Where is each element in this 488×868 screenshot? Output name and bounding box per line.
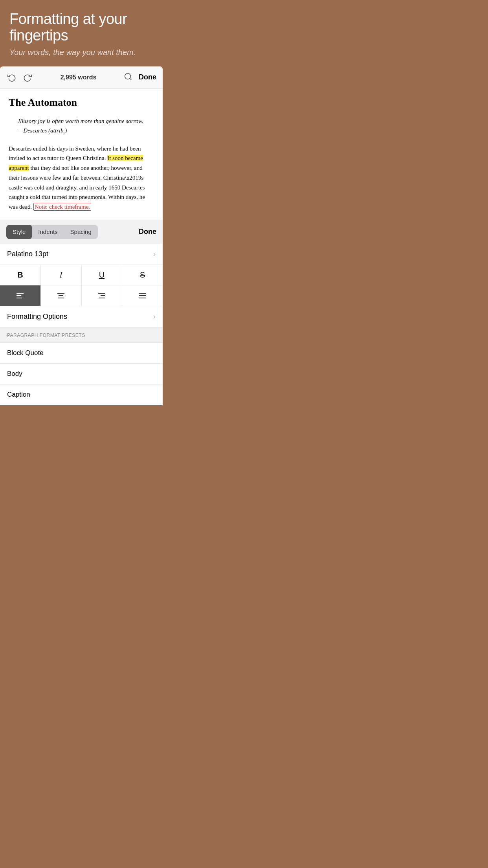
svg-line-1 — [130, 78, 131, 80]
redo-icon[interactable] — [22, 72, 33, 83]
align-justify-button[interactable] — [122, 285, 163, 306]
document-title: The Automaton — [9, 97, 154, 108]
bold-button[interactable]: B — [0, 265, 41, 285]
font-name-label: Palatino 13pt — [7, 250, 48, 258]
presets-header-text: PARAGRAPH FORMAT PRESETS — [7, 333, 85, 338]
document-body: Descartes ended his days in Sweden, wher… — [9, 144, 154, 212]
preset-item-caption[interactable]: Caption — [0, 384, 163, 405]
header-title: Formatting at your fingertips — [9, 11, 153, 44]
italic-button[interactable]: I — [41, 265, 82, 285]
toolbar-done-button[interactable]: Done — [139, 73, 156, 81]
format-segment-control: Style Indents Spacing — [6, 225, 98, 239]
preset-label-body: Body — [7, 370, 22, 377]
underline-button[interactable]: U — [82, 265, 123, 285]
preset-label-caption: Caption — [7, 391, 30, 398]
alignment-buttons — [0, 285, 163, 306]
word-count: 2,995 words — [61, 74, 97, 81]
editor-container: 2,995 words Done The Automaton Illusory … — [0, 66, 163, 405]
font-row[interactable]: Palatino 13pt › — [0, 244, 163, 265]
epigraph-text: Illusory joy is often worth more than ge… — [18, 116, 154, 135]
highlighted-text-red: Note: check timeframe. — [33, 203, 91, 211]
header-subtitle: Your words, the way you want them. — [9, 48, 153, 57]
style-tab[interactable]: Style — [6, 225, 32, 239]
font-chevron-icon: › — [153, 250, 156, 258]
align-center-button[interactable] — [41, 285, 82, 306]
format-options-panel: Palatino 13pt › B I U S — [0, 244, 163, 405]
document-epigraph: Illusory joy is often worth more than ge… — [9, 116, 154, 135]
presets-header: PARAGRAPH FORMAT PRESETS — [0, 327, 163, 343]
toolbar-right: Done — [124, 72, 156, 83]
svg-point-0 — [125, 73, 131, 79]
preset-item-block-quote[interactable]: Block Quote — [0, 343, 163, 364]
toolbar-icon-group — [6, 72, 33, 83]
indents-tab[interactable]: Indents — [32, 225, 64, 239]
editor-toolbar: 2,995 words Done — [0, 66, 163, 89]
strikethrough-button[interactable]: S — [122, 265, 163, 285]
text-style-buttons: B I U S — [0, 265, 163, 285]
app-header: Formatting at your fingertips Your words… — [0, 0, 163, 66]
align-left-button[interactable] — [0, 285, 41, 306]
preset-item-body[interactable]: Body — [0, 364, 163, 384]
undo-icon[interactable] — [6, 72, 17, 83]
spacing-tab[interactable]: Spacing — [64, 225, 98, 239]
search-icon[interactable] — [124, 72, 132, 83]
document-content: The Automaton Illusory joy is often wort… — [0, 89, 163, 220]
format-done-button[interactable]: Done — [139, 228, 156, 236]
align-right-button[interactable] — [82, 285, 123, 306]
formatting-options-label: Formatting Options — [7, 313, 67, 321]
formatting-options-row[interactable]: Formatting Options › — [0, 306, 163, 327]
formatting-options-chevron-icon: › — [153, 313, 156, 321]
preset-label-block-quote: Block Quote — [7, 349, 44, 357]
format-toolbar: Style Indents Spacing Done — [0, 220, 163, 244]
